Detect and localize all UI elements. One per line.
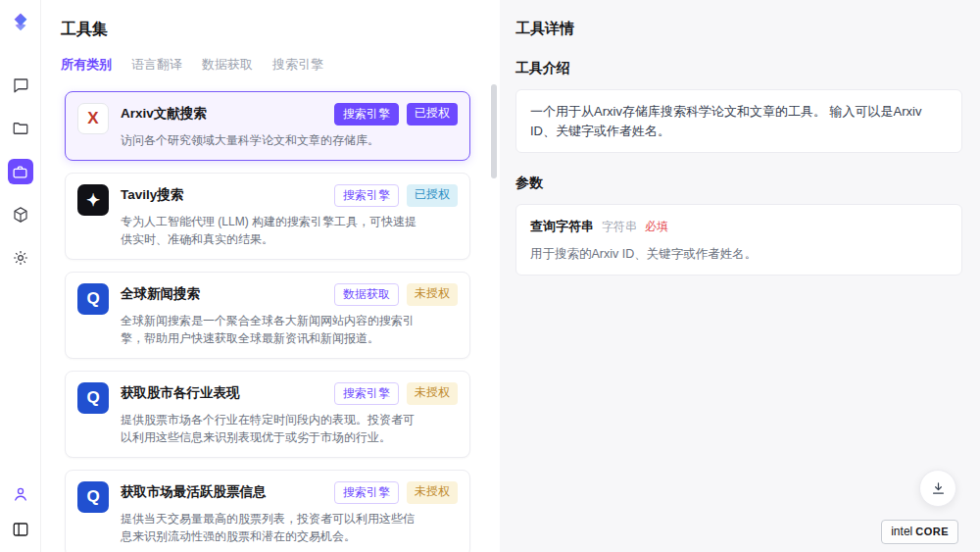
panel-toggle-icon[interactable] — [8, 517, 33, 542]
intro-heading: 工具介绍 — [515, 60, 962, 77]
tool-card-content: 全球新闻搜索 数据获取 未授权 全球新闻搜索是一个聚合全球各大新闻网站内容的搜索… — [121, 283, 458, 347]
auth-status-badge: 未授权 — [407, 481, 458, 504]
q-icon: Q — [77, 382, 109, 414]
tool-card[interactable]: ✦ Tavily搜索 搜索引擎 已授权 专为人工智能代理 (LLM) 构建的搜索… — [65, 173, 470, 260]
tool-title: 获取市场最活跃股票信息 — [121, 481, 267, 501]
tool-card-content: 获取市场最活跃股票信息 搜索引擎 未授权 提供当天交易量最高的股票列表，投资者可… — [121, 481, 458, 545]
tool-title: 获取股市各行业表现 — [121, 382, 240, 402]
tool-list-title: 工具集 — [61, 20, 500, 40]
chat-icon[interactable] — [8, 73, 33, 98]
param-description: 用于搜索的Arxiv ID、关键字或作者姓名。 — [530, 245, 948, 264]
tool-title: 全球新闻搜索 — [121, 283, 200, 303]
category-badge: 搜索引擎 — [334, 103, 399, 125]
tool-description: 访问各个研究领域大量科学论文和文章的存储库。 — [121, 131, 416, 149]
category-badge: 搜索引擎 — [334, 481, 399, 504]
intel-brand-text: intel — [891, 525, 912, 538]
param-head: 查询字符串 字符串 必填 — [530, 217, 948, 236]
tool-badges: 搜索引擎 未授权 — [334, 481, 458, 504]
tavily-icon: ✦ — [77, 184, 109, 216]
auth-status-badge: 未授权 — [407, 283, 458, 306]
tool-card[interactable]: Q 获取股市各行业表现 搜索引擎 未授权 提供股票市场各个行业在特定时间段内的表… — [65, 371, 470, 458]
core-brand-text: CORE — [915, 526, 949, 537]
tool-description: 全球新闻搜索是一个聚合全球各大新闻网站内容的搜索引擎，帮助用户快速获取全球最新资… — [121, 312, 416, 347]
folder-icon[interactable] — [8, 116, 33, 141]
app-window: 工具集 所有类别语言翻译数据获取搜索引擎 X Arxiv文献搜索 搜索引擎 已授… — [0, 0, 980, 552]
param-type: 字符串 — [602, 218, 637, 235]
tool-description: 提供当天交易量最高的股票列表，投资者可以利用这些信息来识别流动性强的股票和潜在的… — [121, 510, 416, 545]
tool-card-content: 获取股市各行业表现 搜索引擎 未授权 提供股票市场各个行业在特定时间段内的表现。… — [121, 382, 458, 446]
category-badge: 搜索引擎 — [334, 382, 399, 405]
download-button[interactable] — [919, 470, 956, 507]
param-card: 查询字符串 字符串 必填 用于搜索的Arxiv ID、关键字或作者姓名。 — [515, 204, 962, 276]
arxiv-icon: X — [77, 103, 109, 134]
tool-badges: 数据获取 未授权 — [334, 283, 458, 306]
tool-list-pane: 工具集 所有类别语言翻译数据获取搜索引擎 X Arxiv文献搜索 搜索引擎 已授… — [41, 0, 500, 552]
tool-card[interactable]: Q 全球新闻搜索 数据获取 未授权 全球新闻搜索是一个聚合全球各大新闻网站内容的… — [65, 272, 470, 359]
intro-card: 一个用于从Arxiv存储库搜索科学论文和文章的工具。 输入可以是Arxiv ID… — [515, 89, 962, 153]
tool-description: 提供股票市场各个行业在特定时间段内的表现。投资者可以利用这些信息来识别表现优于或… — [121, 411, 416, 446]
category-badge: 数据获取 — [334, 283, 399, 306]
intel-core-badge: intel CORE — [881, 520, 958, 544]
param-required-badge: 必填 — [645, 218, 668, 235]
category-tab-3[interactable]: 搜索引擎 — [272, 56, 323, 77]
tool-card-content: Tavily搜索 搜索引擎 已授权 专为人工智能代理 (LLM) 构建的搜索引擎… — [121, 184, 458, 248]
tool-badges: 搜索引擎 已授权 — [334, 103, 458, 125]
tool-description: 专为人工智能代理 (LLM) 构建的搜索引擎工具，可快速提供实时、准确和真实的结… — [121, 213, 416, 248]
tool-card-list: X Arxiv文献搜索 搜索引擎 已授权 访问各个研究领域大量科学论文和文章的存… — [41, 81, 500, 552]
settings-gear-icon[interactable] — [8, 245, 33, 271]
category-tabs: 所有类别语言翻译数据获取搜索引擎 — [61, 56, 500, 77]
tool-badges: 搜索引擎 未授权 — [334, 382, 458, 405]
list-scrollbar — [491, 84, 497, 542]
tool-card[interactable]: Q 获取市场最活跃股票信息 搜索引擎 未授权 提供当天交易量最高的股票列表，投资… — [65, 470, 470, 552]
q-icon: Q — [77, 481, 109, 513]
tool-title: Tavily搜索 — [121, 184, 183, 204]
q-icon: Q — [77, 283, 109, 315]
tool-detail-pane: 工具详情 工具介绍 一个用于从Arxiv存储库搜索科学论文和文章的工具。 输入可… — [500, 0, 980, 552]
tools-briefcase-icon[interactable] — [8, 159, 33, 184]
auth-status-badge: 已授权 — [407, 103, 458, 125]
user-icon[interactable] — [8, 481, 33, 507]
icon-rail — [0, 0, 41, 552]
category-tab-2[interactable]: 数据获取 — [202, 56, 253, 77]
app-logo-icon — [10, 12, 31, 33]
tool-card[interactable]: X Arxiv文献搜索 搜索引擎 已授权 访问各个研究领域大量科学论文和文章的存… — [65, 91, 470, 161]
detail-title: 工具详情 — [515, 20, 962, 38]
param-name: 查询字符串 — [530, 217, 594, 236]
tool-card-content: Arxiv文献搜索 搜索引擎 已授权 访问各个研究领域大量科学论文和文章的存储库… — [121, 103, 458, 149]
scrollbar-thumb[interactable] — [491, 84, 497, 178]
category-tab-0[interactable]: 所有类别 — [61, 56, 112, 77]
auth-status-badge: 未授权 — [407, 382, 458, 405]
category-tab-1[interactable]: 语言翻译 — [131, 56, 182, 77]
category-badge: 搜索引擎 — [334, 184, 399, 207]
auth-status-badge: 已授权 — [407, 184, 458, 207]
params-heading: 参数 — [515, 175, 962, 192]
box-icon[interactable] — [8, 202, 33, 227]
tool-title: Arxiv文献搜索 — [121, 103, 207, 123]
tool-badges: 搜索引擎 已授权 — [334, 184, 458, 207]
